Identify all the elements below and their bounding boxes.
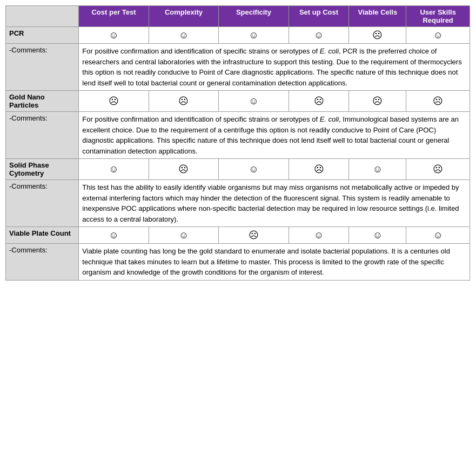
icon-cell-1-0: ☹	[79, 91, 149, 112]
icon-cell-3-0: ☺	[79, 227, 149, 244]
icon-cell-2-3: ☹	[289, 159, 349, 180]
icon-cell-1-1: ☹	[149, 91, 218, 112]
icon-cell-1-2: ☺	[219, 91, 289, 112]
icon-cell-3-2: ☹	[219, 227, 289, 244]
icon-cell-1-4: ☹	[349, 91, 406, 112]
header-complexity: Complexity	[149, 6, 218, 27]
row-label-1: Gold Nano Particles	[6, 91, 79, 112]
header-method	[6, 6, 79, 27]
comment-label-2: -Comments:	[6, 180, 79, 227]
row-label-3: Viable Plate Count	[6, 227, 79, 244]
icon-cell-1-5: ☹	[406, 91, 470, 112]
header-user-skills: User Skills Required	[406, 6, 470, 27]
icon-cell-2-2: ☺	[219, 159, 289, 180]
icon-cell-0-3: ☺	[289, 27, 349, 44]
header-cost: Cost per Test	[79, 6, 149, 27]
icon-cell-0-5: ☺	[406, 27, 470, 44]
header-setup: Set up Cost	[289, 6, 349, 27]
icon-cell-1-3: ☹	[289, 91, 349, 112]
icon-cell-2-5: ☹	[406, 159, 470, 180]
icon-cell-3-5: ☺	[406, 227, 470, 244]
icon-cell-3-3: ☺	[289, 227, 349, 244]
comment-text-2: This test has the ability to easily iden…	[79, 180, 470, 227]
icon-cell-0-4: ☹	[349, 27, 406, 44]
header-viable: Viable Cells	[349, 6, 406, 27]
row-label-0: PCR	[6, 27, 79, 44]
icon-cell-2-0: ☺	[79, 159, 149, 180]
comment-text-1: For positive confirmation and identifica…	[79, 112, 470, 159]
icon-cell-0-1: ☺	[149, 27, 218, 44]
icon-cell-3-4: ☺	[349, 227, 406, 244]
comment-text-0: For positive confirmation and identifica…	[79, 44, 470, 91]
icon-cell-3-1: ☺	[149, 227, 218, 244]
icon-cell-2-1: ☹	[149, 159, 218, 180]
comparison-table: Cost per Test Complexity Specificity Set…	[5, 5, 470, 281]
comment-label-0: -Comments:	[6, 44, 79, 91]
icon-cell-2-4: ☺	[349, 159, 406, 180]
icon-cell-0-2: ☺	[219, 27, 289, 44]
icon-cell-0-0: ☺	[79, 27, 149, 44]
row-label-2: Solid Phase Cytometry	[6, 159, 79, 180]
comment-label-1: -Comments:	[6, 112, 79, 159]
header-specificity: Specificity	[219, 6, 289, 27]
comment-text-3: Viable plate counting has long be the go…	[79, 244, 470, 281]
comment-label-3: -Comments:	[6, 244, 79, 281]
